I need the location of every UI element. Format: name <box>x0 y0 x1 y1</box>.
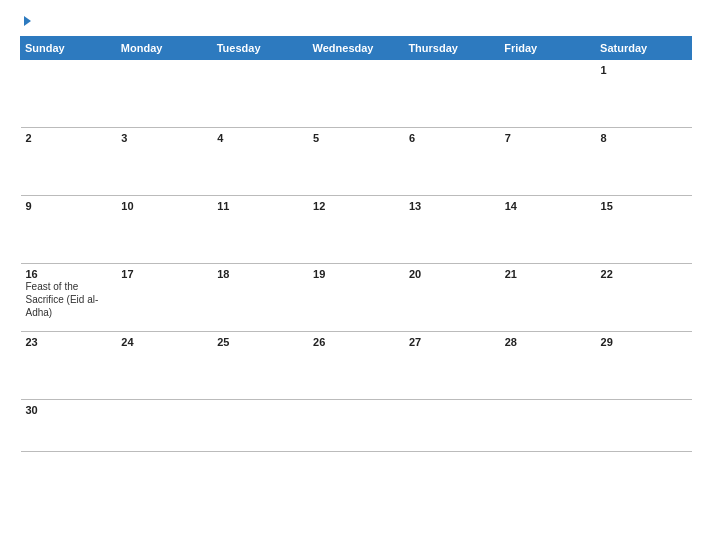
calendar-cell-w4-d5: 20 <box>404 264 500 332</box>
calendar-cell-w1-d6 <box>500 60 596 128</box>
calendar-cell-w6-d3 <box>212 400 308 452</box>
calendar-cell-w1-d1 <box>21 60 117 128</box>
calendar-week-5: 23242526272829 <box>21 332 692 400</box>
calendar-cell-w3-d5: 13 <box>404 196 500 264</box>
col-monday: Monday <box>116 37 212 60</box>
calendar-cell-w2-d6: 7 <box>500 128 596 196</box>
calendar-week-6: 30 <box>21 400 692 452</box>
day-number: 20 <box>409 268 496 280</box>
day-number: 26 <box>313 336 400 348</box>
calendar-cell-w6-d1: 30 <box>21 400 117 452</box>
calendar-cell-w5-d6: 28 <box>500 332 596 400</box>
calendar-cell-w2-d5: 6 <box>404 128 500 196</box>
calendar-cell-w2-d1: 2 <box>21 128 117 196</box>
day-number: 12 <box>313 200 400 212</box>
day-number: 23 <box>26 336 113 348</box>
calendar-cell-w2-d2: 3 <box>116 128 212 196</box>
day-number: 15 <box>601 200 688 212</box>
col-wednesday: Wednesday <box>308 37 404 60</box>
calendar-table: Sunday Monday Tuesday Wednesday Thursday… <box>20 36 692 452</box>
day-number: 2 <box>26 132 113 144</box>
logo <box>20 16 31 26</box>
day-number: 22 <box>601 268 688 280</box>
calendar-week-1: 1 <box>21 60 692 128</box>
logo-blue-text <box>20 16 31 26</box>
col-saturday: Saturday <box>596 37 692 60</box>
calendar-cell-w1-d2 <box>116 60 212 128</box>
calendar-cell-w3-d7: 15 <box>596 196 692 264</box>
day-number: 21 <box>505 268 592 280</box>
day-number: 6 <box>409 132 496 144</box>
col-sunday: Sunday <box>21 37 117 60</box>
calendar-cell-w4-d4: 19 <box>308 264 404 332</box>
day-number: 14 <box>505 200 592 212</box>
calendar-week-2: 2345678 <box>21 128 692 196</box>
calendar-cell-w3-d3: 11 <box>212 196 308 264</box>
calendar-cell-w5-d1: 23 <box>21 332 117 400</box>
day-number: 16 <box>26 268 113 280</box>
day-number: 3 <box>121 132 208 144</box>
day-event: Feast of the Sacrifice (Eid al-Adha) <box>26 281 99 318</box>
col-friday: Friday <box>500 37 596 60</box>
calendar-page: Sunday Monday Tuesday Wednesday Thursday… <box>0 0 712 550</box>
calendar-cell-w4-d2: 17 <box>116 264 212 332</box>
day-number: 5 <box>313 132 400 144</box>
calendar-cell-w1-d3 <box>212 60 308 128</box>
calendar-cell-w6-d2 <box>116 400 212 452</box>
day-number: 29 <box>601 336 688 348</box>
calendar-cell-w4-d7: 22 <box>596 264 692 332</box>
calendar-cell-w2-d7: 8 <box>596 128 692 196</box>
calendar-cell-w5-d2: 24 <box>116 332 212 400</box>
day-number: 24 <box>121 336 208 348</box>
day-number: 19 <box>313 268 400 280</box>
calendar-cell-w6-d6 <box>500 400 596 452</box>
day-number: 10 <box>121 200 208 212</box>
day-number: 28 <box>505 336 592 348</box>
day-number: 4 <box>217 132 304 144</box>
calendar-week-3: 9101112131415 <box>21 196 692 264</box>
day-number: 8 <box>601 132 688 144</box>
logo-triangle-icon <box>24 16 31 26</box>
calendar-cell-w1-d4 <box>308 60 404 128</box>
col-thursday: Thursday <box>404 37 500 60</box>
calendar-cell-w4-d3: 18 <box>212 264 308 332</box>
calendar-cell-w2-d3: 4 <box>212 128 308 196</box>
calendar-cell-w5-d5: 27 <box>404 332 500 400</box>
calendar-header-row: Sunday Monday Tuesday Wednesday Thursday… <box>21 37 692 60</box>
day-number: 30 <box>26 404 113 416</box>
calendar-cell-w1-d7: 1 <box>596 60 692 128</box>
day-number: 18 <box>217 268 304 280</box>
day-number: 17 <box>121 268 208 280</box>
col-tuesday: Tuesday <box>212 37 308 60</box>
calendar-cell-w3-d2: 10 <box>116 196 212 264</box>
day-number: 7 <box>505 132 592 144</box>
day-number: 1 <box>601 64 688 76</box>
calendar-cell-w5-d4: 26 <box>308 332 404 400</box>
calendar-cell-w6-d5 <box>404 400 500 452</box>
calendar-cell-w3-d4: 12 <box>308 196 404 264</box>
day-number: 11 <box>217 200 304 212</box>
calendar-cell-w3-d6: 14 <box>500 196 596 264</box>
calendar-cell-w5-d7: 29 <box>596 332 692 400</box>
header <box>20 16 692 26</box>
calendar-week-4: 16Feast of the Sacrifice (Eid al-Adha)17… <box>21 264 692 332</box>
calendar-cell-w4-d6: 21 <box>500 264 596 332</box>
day-number: 9 <box>26 200 113 212</box>
day-number: 25 <box>217 336 304 348</box>
calendar-cell-w6-d7 <box>596 400 692 452</box>
calendar-cell-w4-d1: 16Feast of the Sacrifice (Eid al-Adha) <box>21 264 117 332</box>
calendar-cell-w1-d5 <box>404 60 500 128</box>
calendar-cell-w2-d4: 5 <box>308 128 404 196</box>
calendar-cell-w5-d3: 25 <box>212 332 308 400</box>
day-number: 27 <box>409 336 496 348</box>
day-number: 13 <box>409 200 496 212</box>
calendar-cell-w3-d1: 9 <box>21 196 117 264</box>
calendar-cell-w6-d4 <box>308 400 404 452</box>
